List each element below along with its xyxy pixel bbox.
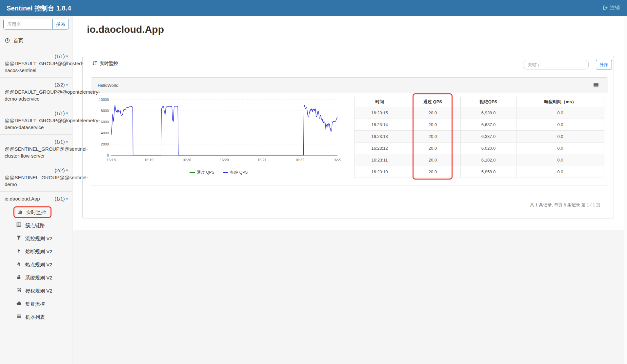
chevron-down-icon[interactable]: ˅	[66, 197, 68, 201]
legend-item[interactable]: 通过 QPS	[190, 170, 214, 175]
app-count: (1/1)˅	[55, 138, 68, 145]
app-search-input[interactable]	[4, 19, 52, 29]
sidebar-item-home[interactable]: 首页	[0, 33, 72, 49]
keyword-input[interactable]	[523, 60, 589, 69]
sidebar-item-bar-chart[interactable]: 实时监控	[5, 205, 68, 219]
table-cell: 0.0	[516, 107, 604, 119]
submenu-label: 簇点链路	[25, 222, 45, 229]
app-count: (1/1)˅	[55, 195, 68, 202]
table-cell: 0.0	[516, 154, 604, 166]
chevron-down-icon[interactable]: ˅	[66, 140, 68, 144]
svg-text:16:23: 16:23	[333, 158, 341, 162]
submenu-label: 熔断规则 V2	[25, 248, 52, 255]
sidebar-item-cloud[interactable]: 集群流控	[5, 297, 68, 310]
sidebar-app-item[interactable]: (1/1)˅@@DEFAULT_GROUP@@opentelemetry-dem…	[0, 106, 72, 134]
resource-name: HelloWorld	[98, 83, 118, 88]
svg-text:8000: 8000	[101, 109, 109, 113]
table-cell: 20.0	[405, 143, 461, 154]
sidebar-item-table[interactable]: 簇点链路	[5, 219, 68, 232]
sidebar-item-list[interactable]: 机器列表	[5, 310, 68, 323]
app-name: io.daocloud.App	[5, 196, 40, 201]
table-cell: 20.0	[405, 107, 461, 119]
table-cell: 6,387.0	[461, 131, 516, 143]
sign-out-icon	[603, 5, 608, 10]
sidebar-app-item[interactable]: (1/1)˅@@SENTINEL_GROUP@@sentinel-cluster…	[0, 134, 72, 163]
chevron-down-icon[interactable]: ˅	[66, 83, 68, 87]
app-count: (1/1)˅	[55, 110, 68, 117]
metrics-table: 时间通过 QPS拒绝QPS响应时间（ms） 16:23:1520.06,938.…	[354, 97, 604, 178]
table-column-header: 响应时间（ms）	[516, 97, 604, 107]
svg-text:16:19: 16:19	[144, 158, 153, 162]
app-count: (2/2)˅	[55, 167, 68, 174]
pagination-summary: 共 1 条记录, 每页 6 条记录 第 1 / 1 页	[530, 202, 600, 208]
sidebar-item-bolt[interactable]: 熔断规则 V2	[5, 245, 68, 258]
svg-text:16:22: 16:22	[295, 158, 304, 162]
app-search-button[interactable]: 搜索	[52, 19, 69, 29]
sidebar-app-item[interactable]: (2/2)˅@@SENTINEL_GROUP@@sentinel-demo	[0, 163, 72, 191]
sidebar-app-item[interactable]: (1/1)˅io.daocloud.App实时监控簇点链路流控规则 V2熔断规则…	[0, 191, 72, 328]
lock-icon	[16, 275, 21, 279]
sidebar-item-check[interactable]: 授权规则 V2	[5, 284, 68, 297]
home-label: 首页	[13, 38, 23, 44]
sidebar-app-item[interactable]: (2/2)˅@@DEFAULT_GROUP@@opentelemetry-dem…	[0, 77, 72, 106]
app-count-label: (1/1)	[55, 53, 65, 59]
app-count-label: (1/1)	[55, 110, 65, 116]
table-cell: 0.0	[516, 166, 604, 178]
legend-swatch	[190, 172, 195, 173]
submenu-label: 集群流控	[25, 300, 45, 307]
logout-button[interactable]: 注销	[603, 5, 620, 11]
app-name: @@DEFAULT_GROUP@@hosted-nacos-sentinel	[5, 61, 84, 73]
sort-desc-icon	[92, 61, 97, 66]
chevron-down-icon[interactable]: ˅	[66, 54, 68, 59]
svg-text:16:20: 16:20	[220, 158, 229, 162]
table-cell: 20.0	[405, 131, 461, 143]
title-divider	[82, 49, 616, 49]
svg-text:16:20: 16:20	[182, 158, 191, 162]
table-cell: 6,102.0	[461, 154, 516, 166]
table-cell: 0.0	[516, 143, 604, 154]
check-icon	[16, 287, 21, 294]
table-cell: 0.0	[516, 131, 604, 143]
bar-chart-icon	[17, 209, 22, 214]
sidebar-item-fire[interactable]: 热点规则 V2	[5, 258, 68, 271]
menu-icon[interactable]	[593, 83, 599, 89]
ascending-sort-button[interactable]: 升序	[596, 60, 612, 69]
clock-icon	[5, 38, 10, 44]
fire-icon	[16, 261, 21, 266]
list-icon	[16, 314, 21, 319]
table-icon	[16, 222, 21, 227]
logout-label: 注销	[610, 5, 620, 11]
panel-title-label: 实时监控	[100, 61, 118, 67]
app-brand: Sentinel 控制台 1.8.4	[7, 4, 71, 13]
filter-icon	[16, 235, 21, 242]
svg-text:16:21: 16:21	[257, 158, 267, 162]
cloud-icon	[16, 300, 21, 307]
chevron-down-icon[interactable]: ˅	[66, 111, 68, 116]
vertical-scrollbar[interactable]	[624, 16, 627, 364]
menu-icon	[593, 83, 599, 87]
panel-title: 实时监控	[92, 61, 118, 67]
table-column-header: 拒绝QPS	[461, 97, 516, 107]
metrics-table-wrap: 时间通过 QPS拒绝QPS响应时间（ms） 16:23:1520.06,938.…	[354, 97, 604, 178]
chevron-down-icon[interactable]: ˅	[66, 168, 68, 173]
svg-text:0: 0	[107, 153, 109, 157]
bolt-icon	[16, 248, 21, 255]
legend-item[interactable]: 拒绝 QPS	[223, 170, 248, 175]
sign-out-icon	[603, 5, 608, 10]
table-column-header: 通过 QPS	[405, 97, 461, 107]
submenu-label: 流控规则 V2	[25, 235, 52, 242]
table-row: 16:23:1420.06,687.00.0	[354, 119, 604, 131]
qps-line-chart: 020004000600080001000016:1816:1916:2016:…	[96, 93, 341, 164]
app-count-label: (1/1)	[55, 139, 65, 144]
app-count-label: (1/1)	[55, 196, 65, 201]
sidebar-app-item[interactable]: (1/1)˅@@DEFAULT_GROUP@@hosted-nacos-sent…	[0, 49, 72, 77]
app-count-label: (2/2)	[55, 82, 65, 87]
submenu-label: 授权规则 V2	[25, 287, 52, 294]
bar-chart-icon	[17, 209, 22, 216]
legend-label: 拒绝 QPS	[231, 170, 248, 175]
sidebar-item-lock[interactable]: 系统规则 V2	[5, 271, 68, 284]
table-cell: 16:23:15	[354, 107, 405, 119]
sidebar-item-filter[interactable]: 流控规则 V2	[5, 232, 68, 245]
table-cell: 20.0	[405, 166, 461, 178]
svg-text:4000: 4000	[101, 131, 109, 135]
